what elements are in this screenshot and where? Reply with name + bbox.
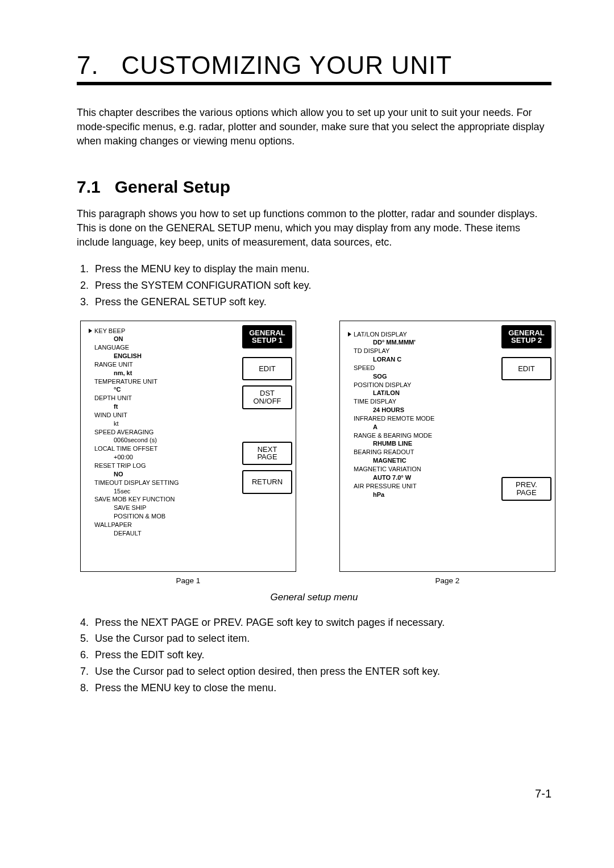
softkey-column: GENERAL SETUP 1 EDIT DST ON/OFF NEXT PAG bbox=[242, 321, 296, 571]
spacer bbox=[501, 354, 551, 357]
screen-page2: LAT/LON DISPLAY DD° MM.MMM' TD DISPLAY L… bbox=[339, 321, 555, 572]
softkey-label: SETUP 2 bbox=[511, 336, 542, 344]
menu-item[interactable]: LANGUAGE ENGLISH bbox=[89, 343, 237, 360]
menu-item[interactable]: SAVE MOB KEY FUNCTION SAVE SHIP POSITION… bbox=[89, 495, 237, 521]
menu-item-label: KEY BEEP bbox=[94, 327, 125, 335]
menu-item[interactable]: RANGE & BEARING MODE RHUMB LINE bbox=[348, 431, 496, 448]
menu-item[interactable]: TEMPERATURE UNIT °C bbox=[89, 377, 237, 394]
chapter-rule bbox=[77, 82, 551, 85]
menu-item-value: POSITION & MOB bbox=[89, 512, 237, 521]
selection-caret-icon bbox=[89, 329, 92, 333]
menu-item[interactable]: WIND UNIT kt bbox=[89, 411, 237, 428]
menu-item[interactable]: RANGE UNIT nm, kt bbox=[89, 360, 237, 377]
menu-item[interactable]: TD DISPLAY LORAN C bbox=[348, 347, 496, 364]
menu-item-value: nm, kt bbox=[89, 369, 237, 377]
menu-item-value: kt bbox=[89, 420, 237, 428]
menu-item-value: +00:00 bbox=[89, 453, 237, 462]
menu-item-label: TIMEOUT DISPLAY SETTING bbox=[89, 479, 237, 487]
step: Press the EDIT soft key. bbox=[92, 647, 551, 663]
menu-item-label: TIME DISPLAY bbox=[348, 397, 496, 406]
steps-list-b: Press the NEXT PAGE or PREV. PAGE soft k… bbox=[77, 614, 551, 696]
step: Use the Cursor pad to select item. bbox=[92, 630, 551, 647]
menu-item-label: POSITION DISPLAY bbox=[348, 381, 496, 389]
menu-item-label: WIND UNIT bbox=[89, 411, 237, 420]
menu-item[interactable]: RESET TRIP LOG NO bbox=[89, 462, 237, 479]
menu-item[interactable]: MAGNETIC VARIATION AUTO 7.0° W bbox=[348, 465, 496, 482]
menu-item-value: SOG bbox=[348, 372, 496, 381]
softkey-label: RETURN bbox=[252, 477, 283, 486]
figure-caption: General setup menu bbox=[77, 592, 551, 603]
menu-item-value: °C bbox=[89, 385, 237, 394]
menu-item[interactable]: LAT/LON DISPLAY DD° MM.MMM' bbox=[348, 330, 496, 347]
steps-list-a: Press the MENU key to display the main m… bbox=[77, 261, 551, 310]
spacer bbox=[501, 385, 551, 477]
softkey-label: PAGE bbox=[257, 452, 277, 461]
menu-item[interactable]: LOCAL TIME OFFSET +00:00 bbox=[89, 445, 237, 462]
step: Press the MENU key to close the menu. bbox=[92, 680, 551, 696]
menu-item[interactable]: WALLPAPER DEFAULT bbox=[89, 521, 237, 538]
menu-item-label: LOCAL TIME OFFSET bbox=[89, 445, 237, 453]
menu-item-value: DEFAULT bbox=[89, 529, 237, 538]
menu-item-label: LAT/LON DISPLAY bbox=[354, 330, 407, 339]
menu-list: KEY BEEP ON LANGUAGE ENGLISH RANGE UNIT … bbox=[81, 321, 242, 571]
page-number: 7-1 bbox=[77, 787, 551, 800]
menu-item-label: TD DISPLAY bbox=[348, 347, 496, 355]
softkey-next-page[interactable]: NEXT PAGE bbox=[242, 442, 292, 465]
menu-item-value: LAT/LON bbox=[348, 389, 496, 397]
spacer bbox=[501, 506, 551, 567]
menu-item[interactable]: INFRARED REMOTE MODE A bbox=[348, 414, 496, 431]
menu-item[interactable]: SPEED AVERAGING 0060second (s) bbox=[89, 428, 237, 445]
menu-item-label: BEARING READOUT bbox=[348, 448, 496, 456]
spacer bbox=[242, 414, 292, 442]
menu-item-value: DD° MM.MMM' bbox=[348, 338, 496, 347]
menu-item[interactable]: POSITION DISPLAY LAT/LON bbox=[348, 381, 496, 398]
menu-item[interactable]: DEPTH UNIT ft bbox=[89, 394, 237, 411]
menu-item-value: ft bbox=[89, 402, 237, 411]
softkey-edit[interactable]: EDIT bbox=[501, 357, 551, 381]
menu-item-value: A bbox=[348, 423, 496, 431]
softkey-edit[interactable]: EDIT bbox=[242, 357, 292, 381]
menu-item[interactable]: TIME DISPLAY 24 HOURS bbox=[348, 397, 496, 414]
menu-item-label: INFRARED REMOTE MODE bbox=[348, 414, 496, 423]
section-intro: This paragraph shows you how to set up f… bbox=[77, 207, 551, 250]
menu-item-label: SPEED bbox=[348, 364, 496, 372]
softkey-column: GENERAL SETUP 2 EDIT PREV. PAGE bbox=[501, 321, 555, 571]
menu-item-label: SAVE MOB KEY FUNCTION bbox=[89, 495, 237, 504]
chapter-number: 7. bbox=[77, 51, 99, 79]
spacer bbox=[242, 354, 292, 357]
menu-item-value: 0060second (s) bbox=[89, 436, 237, 445]
menu-item-value: ENGLISH bbox=[89, 352, 237, 360]
menu-item-value: SAVE SHIP bbox=[89, 504, 237, 512]
softkey-label: EDIT bbox=[259, 364, 276, 373]
menu-item[interactable]: KEY BEEP ON bbox=[89, 327, 237, 344]
softkey-header: GENERAL SETUP 2 bbox=[501, 325, 551, 348]
menu-list: LAT/LON DISPLAY DD° MM.MMM' TD DISPLAY L… bbox=[340, 321, 501, 571]
softkey-return[interactable]: RETURN bbox=[242, 470, 292, 494]
softkey-dst[interactable]: DST ON/OFF bbox=[242, 385, 292, 409]
menu-item[interactable]: BEARING READOUT MAGNETIC bbox=[348, 448, 496, 465]
menu-item-value: NO bbox=[89, 470, 237, 479]
softkey-header: GENERAL SETUP 1 bbox=[242, 325, 292, 348]
softkey-label: ON/OFF bbox=[253, 397, 281, 405]
menu-item-value: ON bbox=[89, 335, 237, 343]
menu-item-label: TEMPERATURE UNIT bbox=[89, 377, 237, 386]
step: Press the NEXT PAGE or PREV. PAGE soft k… bbox=[92, 614, 551, 631]
menu-item-value: LORAN C bbox=[348, 355, 496, 364]
section-title: 7.1 General Setup bbox=[77, 177, 551, 197]
menu-item-label: RANGE & BEARING MODE bbox=[348, 431, 496, 440]
menu-item[interactable]: TIMEOUT DISPLAY SETTING 15sec bbox=[89, 479, 237, 496]
chapter-title: 7. CUSTOMIZING YOUR UNIT bbox=[77, 51, 551, 80]
menu-item-value: 24 HOURS bbox=[348, 406, 496, 414]
softkey-label: PAGE bbox=[516, 488, 536, 497]
softkey-label: SETUP 1 bbox=[252, 336, 283, 344]
screen-caption: Page 1 bbox=[176, 576, 201, 585]
screen-page2-wrap: LAT/LON DISPLAY DD° MM.MMM' TD DISPLAY L… bbox=[339, 321, 555, 585]
menu-item-label: SPEED AVERAGING bbox=[89, 428, 237, 437]
step: Use the Cursor pad to select option desi… bbox=[92, 663, 551, 680]
softkey-prev-page[interactable]: PREV. PAGE bbox=[501, 477, 551, 500]
menu-item[interactable]: AIR PRESSURE UNIT hPa bbox=[348, 482, 496, 499]
menu-item-label: AIR PRESSURE UNIT bbox=[348, 482, 496, 491]
menu-item-label: WALLPAPER bbox=[89, 521, 237, 529]
section-name: General Setup bbox=[115, 177, 230, 196]
menu-item[interactable]: SPEED SOG bbox=[348, 364, 496, 381]
